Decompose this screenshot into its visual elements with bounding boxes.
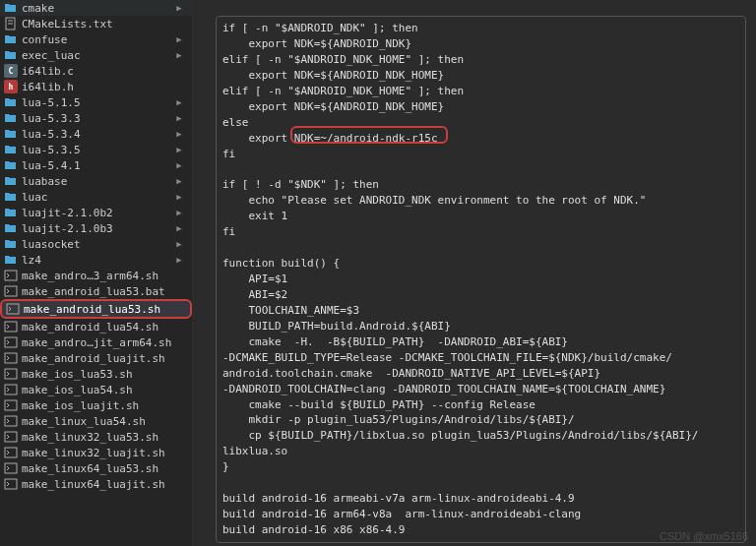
h-file-icon: h [4, 80, 18, 93]
svg-rect-11 [5, 400, 17, 410]
folder-icon [4, 253, 18, 267]
tree-item-make-linux64-luajit-sh[interactable]: make_linux64_luajit.sh [0, 476, 192, 492]
tree-item-label: lua-5.3.5 [22, 144, 81, 156]
tree-item-make-android-lua53-sh[interactable]: make_android_lua53.sh [0, 299, 192, 319]
c-file-icon: C [4, 64, 18, 78]
tree-item-luabase[interactable]: luabase▶ [0, 173, 192, 189]
tree-item-make-android-luajit-sh[interactable]: make_android_luajit.sh [0, 350, 192, 366]
tree-item-label: lua-5.3.4 [22, 128, 81, 141]
tree-item-make-ios-luajit-sh[interactable]: make_ios_luajit.sh [0, 397, 192, 413]
tree-item-label: luajit-2.1.0b2 [22, 207, 113, 219]
shell-file-icon [4, 461, 18, 475]
tree-item-lua-5-3-3[interactable]: lua-5.3.3▶ [0, 110, 192, 126]
watermark: CSDN @xmx5166 [660, 530, 748, 542]
tree-item-lua-5-3-4[interactable]: lua-5.3.4▶ [0, 126, 192, 142]
tree-item-label: luajit-2.1.0b3 [22, 222, 113, 235]
tree-item-make-linux64-lua53-sh[interactable]: make_linux64_lua53.sh [0, 460, 192, 476]
shell-file-icon [4, 269, 18, 282]
tree-item-exec-luac[interactable]: exec_luac▶ [0, 47, 192, 63]
tree-item-lua-5-3-5[interactable]: lua-5.3.5▶ [0, 142, 192, 157]
tree-item-confuse[interactable]: confuse▶ [0, 31, 192, 47]
tree-item-make-android-lua54-sh[interactable]: make_android_lua54.sh [0, 319, 192, 334]
tree-item-make-ios-lua53-sh[interactable]: make_ios_lua53.sh [0, 366, 192, 382]
tree-item-lua-5-4-1[interactable]: lua-5.4.1▶ [0, 157, 192, 173]
tree-item-lua-5-1-5[interactable]: lua-5.1.5▶ [0, 94, 192, 110]
chevron-right-icon: ▶ [174, 208, 184, 217]
tree-item-label: make_linux64_lua53.sh [22, 462, 158, 475]
chevron-right-icon: ▶ [174, 255, 184, 265]
tree-item-label: make_android_lua53.bat [22, 285, 165, 298]
shell-file-icon [4, 351, 18, 365]
tree-item-luajit-2-1-0b3[interactable]: luajit-2.1.0b3▶ [0, 220, 192, 236]
svg-rect-10 [5, 385, 17, 394]
tree-item-i64lib-h[interactable]: hi64lib.h [0, 79, 192, 94]
tree-item-make-andro-3-arm64-sh[interactable]: make_andro…3_arm64.sh [0, 268, 192, 283]
tree-item-make-android-lua53-bat[interactable]: make_android_lua53.bat [0, 283, 192, 299]
folder-icon [4, 127, 18, 141]
chevron-right-icon: ▶ [174, 113, 184, 123]
tree-item-label: make_android_luajit.sh [22, 352, 165, 365]
tree-item-label: make_linux64_luajit.sh [22, 478, 165, 491]
tree-item-label: make_andro…3_arm64.sh [22, 270, 158, 282]
shell-file-icon [6, 302, 20, 316]
svg-rect-6 [5, 322, 17, 332]
svg-rect-16 [5, 479, 17, 489]
shell-file-icon [4, 320, 18, 334]
tree-item-make-andro-jit-arm64-sh[interactable]: make_andro…jit_arm64.sh [0, 334, 192, 350]
tree-item-lz4[interactable]: lz4▶ [0, 252, 192, 268]
chevron-right-icon: ▶ [174, 223, 184, 233]
shell-file-icon [4, 284, 18, 298]
folder-icon [4, 1, 18, 15]
tree-item-label: lz4 [22, 254, 41, 267]
shell-file-icon [4, 335, 18, 349]
chevron-right-icon: ▶ [174, 145, 184, 154]
shell-file-icon [4, 430, 18, 444]
chevron-right-icon: ▶ [174, 239, 184, 249]
folder-icon [4, 206, 18, 219]
tree-item-label: lua-5.1.5 [22, 96, 81, 109]
shell-file-icon [4, 477, 18, 491]
chevron-right-icon: ▶ [174, 176, 184, 186]
tree-item-label: make_android_lua54.sh [22, 321, 158, 334]
tree-item-label: make_ios_lua53.sh [22, 368, 133, 381]
svg-rect-5 [7, 304, 19, 314]
chevron-right-icon: ▶ [174, 129, 184, 139]
tree-item-luasocket[interactable]: luasocket▶ [0, 236, 192, 252]
tree-item-label: make_linux32_lua53.sh [22, 431, 158, 444]
tree-item-label: luac [22, 191, 48, 204]
tree-item-label: confuse [22, 33, 67, 46]
tree-item-luac[interactable]: luac▶ [0, 189, 192, 205]
chevron-right-icon: ▶ [174, 34, 184, 44]
file-tree-sidebar[interactable]: cmake▶CMakeLists.txtconfuse▶exec_luac▶Ci… [0, 0, 192, 546]
tree-item-label: luasocket [22, 238, 81, 251]
tree-item-label: i64lib.h [22, 81, 74, 93]
tree-item-label: lua-5.3.3 [22, 112, 81, 125]
tree-item-label: exec_luac [22, 49, 81, 62]
chevron-right-icon: ▶ [174, 160, 184, 170]
tree-item-make-linux32-luajit-sh[interactable]: make_linux32_luajit.sh [0, 445, 192, 460]
shell-file-icon [4, 446, 18, 459]
tree-item-label: make_ios_luajit.sh [22, 399, 139, 412]
folder-icon [4, 174, 18, 188]
editor-pane: if [ -n "$ANDROID_NDK" ]; then export ND… [192, 0, 756, 546]
tree-item-cmakelists-txt[interactable]: CMakeLists.txt [0, 16, 192, 31]
tree-item-make-linux-lua54-sh[interactable]: make_linux_lua54.sh [0, 413, 192, 429]
svg-rect-9 [5, 369, 17, 379]
tree-item-make-ios-lua54-sh[interactable]: make_ios_lua54.sh [0, 382, 192, 397]
tree-item-i64lib-c[interactable]: Ci64lib.c [0, 63, 192, 79]
folder-icon [4, 190, 18, 204]
svg-rect-3 [5, 271, 17, 280]
tree-item-luajit-2-1-0b2[interactable]: luajit-2.1.0b2▶ [0, 205, 192, 220]
tree-item-cmake[interactable]: cmake▶ [0, 0, 192, 16]
folder-icon [4, 143, 18, 156]
tree-item-label: CMakeLists.txt [22, 18, 113, 30]
tree-item-make-linux32-lua53-sh[interactable]: make_linux32_lua53.sh [0, 429, 192, 445]
tree-item-label: make_andro…jit_arm64.sh [22, 336, 171, 349]
chevron-right-icon: ▶ [174, 50, 184, 60]
folder-icon [4, 95, 18, 109]
folder-icon [4, 48, 18, 62]
tree-item-label: make_android_lua53.sh [24, 303, 160, 316]
chevron-right-icon: ▶ [174, 192, 184, 202]
svg-rect-7 [5, 337, 17, 347]
tree-item-label: luabase [22, 175, 67, 188]
